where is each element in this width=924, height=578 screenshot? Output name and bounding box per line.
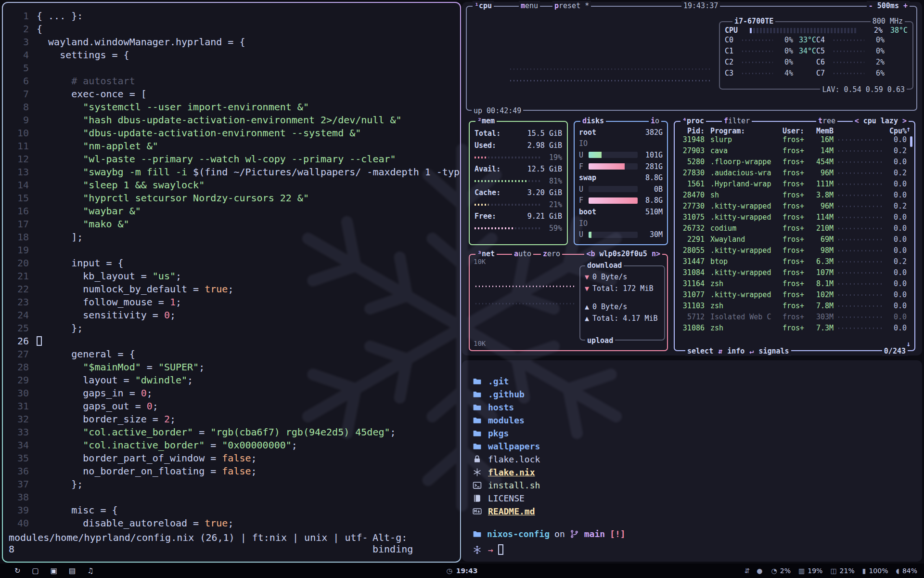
process-row[interactable]: 31948slurpfros+16M0.0 <box>675 134 914 145</box>
terminal-window[interactable]: .git.githubhostsmodulespkgswallpapersfla… <box>462 360 922 562</box>
select-button[interactable]: select <box>687 346 713 356</box>
process-user: fros+ <box>783 190 810 201</box>
core-meter <box>742 73 773 74</box>
scroll-up-icon[interactable]: ↑ <box>906 125 911 133</box>
disk-name: root <box>579 128 645 137</box>
process-row[interactable]: 31447btopfros+6.3M0.2 <box>675 256 914 267</box>
process-user: fros+ <box>783 323 810 334</box>
statusline-keybinding-hint: Alt-g: binding <box>372 532 453 555</box>
net-device-selector[interactable]: <b wlp0s20f0u5 n> <box>584 249 662 259</box>
process-row[interactable]: 26732codiumfros+210M0.0 <box>675 223 914 234</box>
download-total: ▼Total: 172 MiB <box>580 283 664 294</box>
process-mem: 454M <box>810 157 834 168</box>
process-scrollbar[interactable] <box>910 136 912 147</box>
header-program[interactable]: Program: <box>710 125 783 134</box>
code-token: = <box>193 426 210 439</box>
disk-module[interactable]: ◫21% <box>830 567 854 575</box>
upload-label: upload <box>585 336 615 345</box>
update-interval-control[interactable]: - 500ms + <box>867 1 910 11</box>
code-token <box>37 153 83 166</box>
process-cpu: 0.0 <box>887 267 907 278</box>
process-row[interactable]: 1561.Hyprland-wrapfros+111M0.0 <box>675 179 914 190</box>
signals-button[interactable]: signals <box>758 346 789 356</box>
disk-row: F281G <box>575 161 667 172</box>
battery-icon: ▮ <box>862 567 866 575</box>
updown-tray-icon[interactable]: ⇵ <box>744 567 750 575</box>
preset-button[interactable]: preset * <box>552 1 591 11</box>
header-user[interactable]: User: <box>783 125 810 134</box>
header-memb[interactable]: MemB <box>810 125 834 134</box>
process-name: Xwayland <box>710 234 783 245</box>
editor-line: 13 "swaybg -m fill -i $(find ~/Pictures/… <box>7 166 460 179</box>
process-cpu: 0.0 <box>887 312 907 323</box>
window-icon[interactable]: ▢ <box>32 566 39 575</box>
process-mem-meter <box>838 172 885 174</box>
code-token: "nm-applet &" <box>83 140 158 153</box>
menu-button[interactable]: menu <box>519 1 540 11</box>
mem-value: 12.5 GiB <box>527 163 562 175</box>
music-icon[interactable]: ♫ <box>87 566 93 575</box>
info-button[interactable]: info <box>727 346 744 356</box>
process-row[interactable]: 28470shfros+3.8M0.0 <box>675 190 914 201</box>
code-token: { <box>37 23 42 36</box>
mem-rows: Total:15.5 GiBUsed:2.98 GiB19%Avail:12.5… <box>470 122 567 234</box>
line-number: 38 <box>7 491 29 504</box>
filter-button[interactable]: filter <box>722 116 752 126</box>
process-row[interactable]: 31164zshfros+8.1M0.0 <box>675 278 914 289</box>
bar-status-modules: ⇵● ◔2%▥19%◫21%▮100%◖84% <box>744 567 924 575</box>
process-row[interactable]: 2291Xwaylandfros+69M0.0 <box>675 234 914 245</box>
volume-module[interactable]: ◖84% <box>896 567 917 575</box>
process-row[interactable]: 31084.kitty-wrappedfros+107M0.0 <box>675 267 914 278</box>
refresh-icon[interactable]: ↻ <box>14 566 21 575</box>
net-auto-toggle[interactable]: auto <box>512 249 533 259</box>
process-count: 0/243 <box>882 346 908 356</box>
file-row: flake.nix <box>473 466 922 479</box>
shell-input-line[interactable]: → <box>473 542 922 557</box>
tree-toggle[interactable]: tree <box>816 116 837 126</box>
stat-value: 84% <box>902 567 917 575</box>
disks-io-toggle[interactable]: io <box>649 116 661 126</box>
memory-module[interactable]: ▥19% <box>798 567 822 575</box>
header-pid[interactable]: Pid: <box>680 125 705 134</box>
process-row[interactable]: 27730.kitty-wrappedfros+96M0.2 <box>675 201 914 212</box>
grid-icon[interactable]: ▣ <box>51 566 57 575</box>
process-row[interactable]: 27903cavafros+14M0.2 <box>675 145 914 157</box>
mem-meter-row: 21% <box>470 199 567 210</box>
process-pid: 1561 <box>680 179 705 190</box>
process-row[interactable]: 27830.audacious-wrafros+96M0.2 <box>675 168 914 179</box>
dot-tray-icon[interactable]: ● <box>757 567 762 575</box>
code-token: # autostart <box>37 75 135 88</box>
code-token: "wl-paste --primary --watch wl-copy --pr… <box>83 153 396 166</box>
rows-icon[interactable]: ▤ <box>69 566 76 575</box>
line-number: 37 <box>7 478 29 491</box>
process-row[interactable]: 5280.floorp-wrappefros+454M0.0 <box>675 157 914 168</box>
process-row[interactable]: 31077.kitty-wrappedfros+102M0.0 <box>675 289 914 301</box>
mem-row: Free:9.21 GiB <box>470 210 567 223</box>
gauge-module[interactable]: ◔2% <box>771 567 791 575</box>
line-number: 8 <box>7 101 29 114</box>
editor-line: 18 ]; <box>7 231 460 244</box>
process-name: .kitty-wrapped <box>710 201 783 212</box>
editor-line: 11 "nm-applet &" <box>7 140 460 153</box>
process-user: fros+ <box>783 168 810 179</box>
code-token: "waybar &" <box>83 205 141 218</box>
process-row[interactable]: 28055.kitty-wrappedfros+98M0.0 <box>675 245 914 256</box>
process-row[interactable]: 31103zshfros+7.8M0.0 <box>675 301 914 312</box>
sort-selector[interactable]: < cpu lazy > <box>853 116 909 126</box>
process-pid: 31447 <box>680 256 705 267</box>
code-token: gaps_in = <box>37 387 141 400</box>
editor-line: 38 <box>7 491 460 504</box>
process-row[interactable]: 5712Isolated Web Cfros+303M0.0 <box>675 312 914 323</box>
core-label: C5 <box>816 46 831 57</box>
btop-window: ¹cpu menu preset * 19:43:37 - 500ms + up… <box>462 2 922 355</box>
net-zero-toggle[interactable]: zero <box>541 249 562 259</box>
header-cpu[interactable]: Cpu% <box>887 125 907 134</box>
process-row[interactable]: 31086zshfros+7.3M0.0 <box>675 323 914 334</box>
code-token: ; <box>292 439 297 452</box>
disk-row: swap8.8G <box>575 172 667 184</box>
process-row[interactable]: 31075.kitty-wrappedfros+114M0.0 <box>675 212 914 223</box>
text-editor-pane[interactable]: 1{ ... }:2{3 wayland.windowManager.hyprl… <box>3 3 460 562</box>
process-mem-meter <box>838 294 885 296</box>
git-branch-name: main <box>584 529 605 539</box>
battery-module[interactable]: ▮100% <box>862 567 888 575</box>
